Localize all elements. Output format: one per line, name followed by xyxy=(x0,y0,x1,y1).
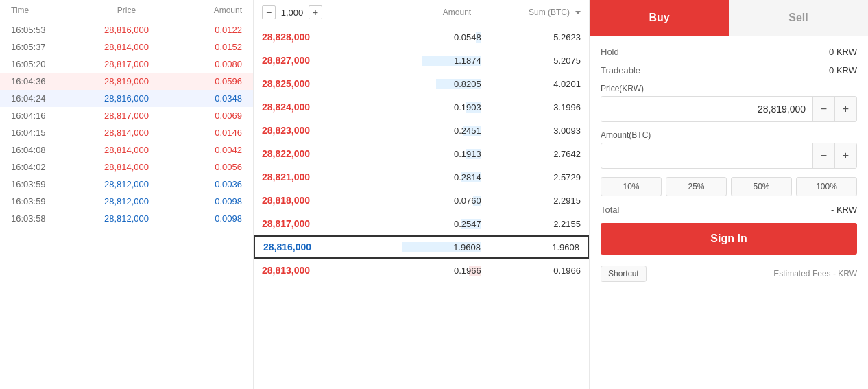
sell-price: 28,825,000 xyxy=(262,78,381,89)
percent-button[interactable]: 10% xyxy=(601,177,662,196)
percent-button[interactable]: 50% xyxy=(731,177,792,196)
sell-amount: 0.1903 xyxy=(454,102,481,113)
buy-form: Hold 0 KRW Tradeable 0 KRW Price(KRW) − … xyxy=(590,36,868,389)
buy-price: 28,813,000 xyxy=(262,265,381,276)
amount-input[interactable] xyxy=(601,145,812,167)
sell-amount: 0.0760 xyxy=(454,196,481,206)
trade-amount: 0.0152 xyxy=(165,42,242,52)
price-increment-button[interactable]: + xyxy=(834,97,856,121)
trade-price: 28,819,000 xyxy=(88,76,165,86)
trade-time: 16:04:15 xyxy=(11,128,88,138)
sell-order-row[interactable]: 28,827,000 1.1874 5.2075 xyxy=(254,49,589,72)
trade-row: 16:04:36 28,819,000 0.0596 xyxy=(0,73,253,90)
trade-price: 28,814,000 xyxy=(88,42,165,52)
tradeable-label: Tradeable xyxy=(601,65,640,75)
sell-sum: 5.2623 xyxy=(481,32,581,43)
buy-sell-panel: Buy Sell Hold 0 KRW Tradeable 0 KRW Pric… xyxy=(590,0,868,389)
amount-row: Amount(BTC) − + xyxy=(601,130,857,169)
sell-order-row[interactable]: 28,823,000 0.2451 3.0093 xyxy=(254,119,589,142)
percent-button[interactable]: 25% xyxy=(666,177,727,196)
sell-amount: 0.2547 xyxy=(454,219,481,229)
sign-in-button[interactable]: Sign In xyxy=(601,223,857,255)
order-book-body: 28,828,000 0.0548 5.2623 28,827,000 1.18… xyxy=(254,25,589,282)
trade-time: 16:05:20 xyxy=(11,59,88,69)
sell-amount-container: 0.1913 xyxy=(381,149,481,159)
sell-amount: 0.1913 xyxy=(454,149,481,159)
price-header: Price xyxy=(88,5,165,15)
sell-order-row[interactable]: 28,821,000 0.2814 2.5729 xyxy=(254,165,589,189)
decrement-qty-button[interactable]: − xyxy=(262,5,276,19)
trade-price: 28,816,000 xyxy=(88,93,165,104)
current-amount-container: 1.9608 xyxy=(382,242,481,252)
sell-sum: 5.2075 xyxy=(481,56,581,66)
trade-amount: 0.0080 xyxy=(165,59,242,69)
amount-decrement-button[interactable]: − xyxy=(812,143,834,168)
trade-time: 16:04:16 xyxy=(11,110,88,121)
sell-price: 28,827,000 xyxy=(262,55,381,66)
sell-amount-container: 0.0760 xyxy=(381,196,481,206)
trade-row: 16:03:59 28,812,000 0.0098 xyxy=(0,193,253,210)
footer-row: Shortcut Estimated Fees - KRW xyxy=(601,266,857,282)
trade-time: 16:04:08 xyxy=(11,145,88,155)
sell-amount-container: 0.1903 xyxy=(381,102,481,113)
buy-tab[interactable]: Buy xyxy=(590,0,729,36)
tradeable-row: Tradeable 0 KRW xyxy=(601,65,857,75)
trade-time: 16:04:24 xyxy=(11,93,88,104)
trade-time: 16:03:59 xyxy=(11,196,88,207)
trade-history-panel: Time Price Amount 16:05:53 28,816,000 0.… xyxy=(0,0,254,389)
current-amount: 1.9608 xyxy=(453,242,481,252)
sell-price: 28,822,000 xyxy=(262,148,381,159)
sell-price: 28,818,000 xyxy=(262,195,381,206)
sell-price: 28,823,000 xyxy=(262,125,381,136)
sell-order-row[interactable]: 28,825,000 0.8205 4.0201 xyxy=(254,72,589,95)
trade-price: 28,817,000 xyxy=(88,110,165,121)
sell-order-row[interactable]: 28,818,000 0.0760 2.2915 xyxy=(254,189,589,212)
sell-amount: 0.2451 xyxy=(454,126,481,136)
trade-row: 16:04:15 28,814,000 0.0146 xyxy=(0,124,253,141)
trade-time: 16:05:53 xyxy=(11,25,88,35)
sell-order-row[interactable]: 28,824,000 0.1903 3.1996 xyxy=(254,95,589,119)
sell-order-row[interactable]: 28,828,000 0.0548 5.2623 xyxy=(254,25,589,49)
trade-amount: 0.0596 xyxy=(165,76,242,86)
total-row: Total - KRW xyxy=(601,204,857,215)
hold-value: 0 KRW xyxy=(829,47,857,57)
trade-price: 28,814,000 xyxy=(88,145,165,155)
shortcut-button[interactable]: Shortcut xyxy=(601,266,647,282)
trade-row: 16:04:16 28,817,000 0.0069 xyxy=(0,107,253,124)
increment-qty-button[interactable]: + xyxy=(309,5,322,19)
trade-amount: 0.0056 xyxy=(165,162,242,172)
trade-row: 16:04:24 28,816,000 0.0348 xyxy=(0,90,253,107)
trade-price: 28,814,000 xyxy=(88,128,165,138)
buy-order-row[interactable]: 28,813,000 0.1966 0.1966 xyxy=(254,259,589,282)
sell-tab[interactable]: Sell xyxy=(729,0,868,36)
price-input[interactable] xyxy=(601,98,812,120)
qty-value: 1,000 xyxy=(280,8,304,18)
sell-order-row[interactable]: 28,817,000 0.2547 2.2155 xyxy=(254,212,589,235)
trade-list: 16:05:53 28,816,000 0.0122 16:05:37 28,8… xyxy=(0,21,253,227)
hold-row: Hold 0 KRW xyxy=(601,47,857,57)
trade-price: 28,817,000 xyxy=(88,59,165,69)
current-sum: 1.9608 xyxy=(481,242,579,252)
current-price-row[interactable]: 28,816,000 1.9608 1.9608 xyxy=(254,235,589,259)
trade-time: 16:04:36 xyxy=(11,76,88,86)
price-label: Price(KRW) xyxy=(601,84,857,93)
sum-col-header: Sum (BTC) xyxy=(498,8,581,17)
price-decrement-button[interactable]: − xyxy=(812,97,834,121)
trade-amount: 0.0036 xyxy=(165,179,242,189)
sell-sum: 3.1996 xyxy=(481,102,581,113)
percent-button[interactable]: 100% xyxy=(796,177,857,196)
sell-order-row[interactable]: 28,822,000 0.1913 2.7642 xyxy=(254,142,589,165)
trade-row: 16:05:37 28,814,000 0.0152 xyxy=(0,38,253,56)
fee-text: Estimated Fees - KRW xyxy=(773,269,857,279)
trade-row: 16:04:02 28,814,000 0.0056 xyxy=(0,158,253,176)
sell-amount-container: 0.2814 xyxy=(381,172,481,182)
sell-price: 28,817,000 xyxy=(262,218,381,229)
price-input-row: Price(KRW) − + xyxy=(601,84,857,122)
sell-price: 28,824,000 xyxy=(262,102,381,113)
sell-price: 28,821,000 xyxy=(262,172,381,182)
trade-amount: 0.0069 xyxy=(165,110,242,121)
sell-price: 28,828,000 xyxy=(262,32,381,43)
trade-amount: 0.0122 xyxy=(165,25,242,35)
amount-increment-button[interactable]: + xyxy=(834,143,856,168)
sum-sort-icon xyxy=(575,11,581,14)
